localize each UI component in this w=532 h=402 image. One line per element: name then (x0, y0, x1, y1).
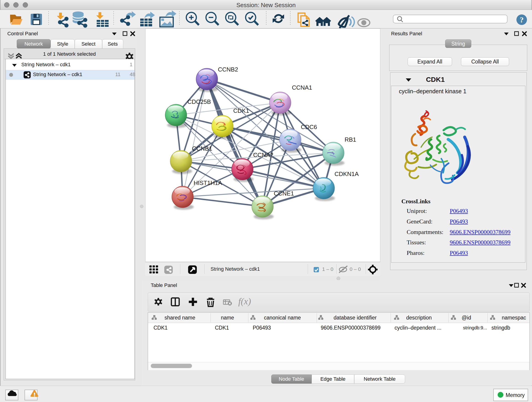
svg-text:RB1: RB1 (345, 136, 356, 143)
svg-text:CCNE1: CCNE1 (274, 190, 294, 197)
svg-text:CDK1: CDK1 (233, 107, 249, 114)
svg-text:CCNB2: CCNB2 (218, 66, 238, 73)
svg-text:CDKN1A: CDKN1A (335, 171, 359, 177)
svg-text:CCNB1: CCNB1 (192, 145, 212, 152)
svg-text:CCNA2: CCNA2 (253, 152, 273, 158)
svg-text:f(x): f(x) (238, 296, 251, 306)
svg-text:CDC6: CDC6 (301, 123, 317, 130)
svg-text:HIST1H1A: HIST1H1A (194, 179, 222, 186)
svg-text:CCNA1: CCNA1 (292, 84, 312, 91)
svg-text:?: ? (520, 16, 524, 24)
svg-text:CDC25B: CDC25B (187, 98, 211, 105)
